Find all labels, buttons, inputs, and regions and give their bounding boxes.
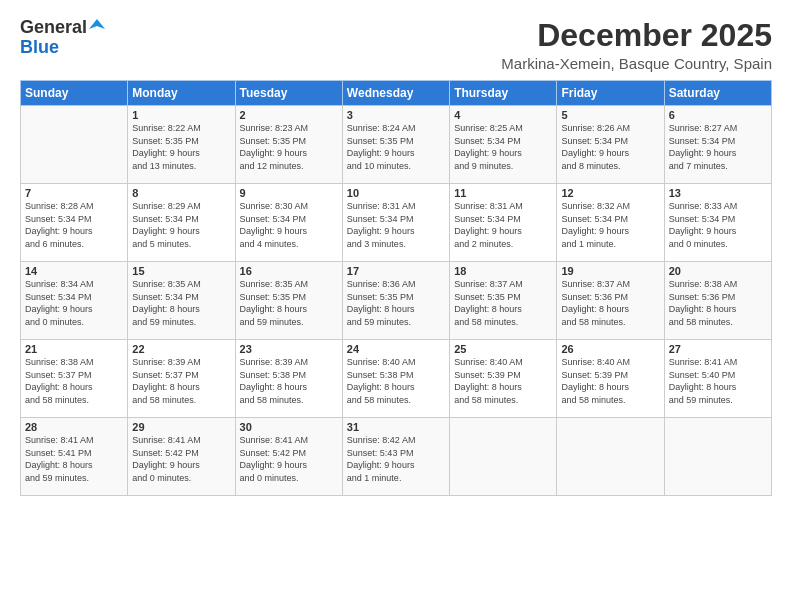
calendar-cell: 13Sunrise: 8:33 AMSunset: 5:34 PMDayligh…: [664, 184, 771, 262]
day-info: Sunrise: 8:37 AMSunset: 5:36 PMDaylight:…: [561, 278, 659, 328]
main-title: December 2025: [501, 18, 772, 53]
day-info: Sunrise: 8:40 AMSunset: 5:39 PMDaylight:…: [561, 356, 659, 406]
calendar-cell: 19Sunrise: 8:37 AMSunset: 5:36 PMDayligh…: [557, 262, 664, 340]
calendar-cell: 3Sunrise: 8:24 AMSunset: 5:35 PMDaylight…: [342, 106, 449, 184]
day-info: Sunrise: 8:41 AMSunset: 5:41 PMDaylight:…: [25, 434, 123, 484]
day-info: Sunrise: 8:22 AMSunset: 5:35 PMDaylight:…: [132, 122, 230, 172]
calendar-cell: 26Sunrise: 8:40 AMSunset: 5:39 PMDayligh…: [557, 340, 664, 418]
header: General Blue December 2025 Markina-Xemei…: [20, 18, 772, 72]
day-info: Sunrise: 8:41 AMSunset: 5:42 PMDaylight:…: [240, 434, 338, 484]
day-number: 26: [561, 343, 659, 355]
col-friday: Friday: [557, 81, 664, 106]
calendar-week-row: 28Sunrise: 8:41 AMSunset: 5:41 PMDayligh…: [21, 418, 772, 496]
day-number: 1: [132, 109, 230, 121]
day-number: 10: [347, 187, 445, 199]
day-info: Sunrise: 8:35 AMSunset: 5:35 PMDaylight:…: [240, 278, 338, 328]
calendar-cell: [450, 418, 557, 496]
day-number: 17: [347, 265, 445, 277]
calendar-cell: 25Sunrise: 8:40 AMSunset: 5:39 PMDayligh…: [450, 340, 557, 418]
day-number: 5: [561, 109, 659, 121]
calendar-cell: [21, 106, 128, 184]
calendar-cell: [557, 418, 664, 496]
col-sunday: Sunday: [21, 81, 128, 106]
logo-general: General: [20, 18, 87, 38]
calendar-cell: 7Sunrise: 8:28 AMSunset: 5:34 PMDaylight…: [21, 184, 128, 262]
day-info: Sunrise: 8:37 AMSunset: 5:35 PMDaylight:…: [454, 278, 552, 328]
day-info: Sunrise: 8:34 AMSunset: 5:34 PMDaylight:…: [25, 278, 123, 328]
calendar-cell: 10Sunrise: 8:31 AMSunset: 5:34 PMDayligh…: [342, 184, 449, 262]
logo-blue: Blue: [20, 38, 59, 58]
day-number: 23: [240, 343, 338, 355]
day-info: Sunrise: 8:23 AMSunset: 5:35 PMDaylight:…: [240, 122, 338, 172]
day-info: Sunrise: 8:29 AMSunset: 5:34 PMDaylight:…: [132, 200, 230, 250]
day-info: Sunrise: 8:42 AMSunset: 5:43 PMDaylight:…: [347, 434, 445, 484]
subtitle: Markina-Xemein, Basque Country, Spain: [501, 55, 772, 72]
day-number: 28: [25, 421, 123, 433]
calendar-cell: 16Sunrise: 8:35 AMSunset: 5:35 PMDayligh…: [235, 262, 342, 340]
day-number: 6: [669, 109, 767, 121]
day-number: 16: [240, 265, 338, 277]
calendar-week-row: 7Sunrise: 8:28 AMSunset: 5:34 PMDaylight…: [21, 184, 772, 262]
calendar-cell: 8Sunrise: 8:29 AMSunset: 5:34 PMDaylight…: [128, 184, 235, 262]
page: General Blue December 2025 Markina-Xemei…: [0, 0, 792, 612]
day-number: 19: [561, 265, 659, 277]
calendar-cell: 31Sunrise: 8:42 AMSunset: 5:43 PMDayligh…: [342, 418, 449, 496]
calendar-cell: 4Sunrise: 8:25 AMSunset: 5:34 PMDaylight…: [450, 106, 557, 184]
calendar-header-row: Sunday Monday Tuesday Wednesday Thursday…: [21, 81, 772, 106]
calendar-cell: 20Sunrise: 8:38 AMSunset: 5:36 PMDayligh…: [664, 262, 771, 340]
logo: General Blue: [20, 18, 105, 58]
calendar-cell: 2Sunrise: 8:23 AMSunset: 5:35 PMDaylight…: [235, 106, 342, 184]
calendar-cell: 1Sunrise: 8:22 AMSunset: 5:35 PMDaylight…: [128, 106, 235, 184]
calendar-cell: [664, 418, 771, 496]
calendar-cell: 22Sunrise: 8:39 AMSunset: 5:37 PMDayligh…: [128, 340, 235, 418]
calendar-cell: 17Sunrise: 8:36 AMSunset: 5:35 PMDayligh…: [342, 262, 449, 340]
calendar-week-row: 21Sunrise: 8:38 AMSunset: 5:37 PMDayligh…: [21, 340, 772, 418]
day-info: Sunrise: 8:35 AMSunset: 5:34 PMDaylight:…: [132, 278, 230, 328]
day-number: 29: [132, 421, 230, 433]
day-info: Sunrise: 8:38 AMSunset: 5:37 PMDaylight:…: [25, 356, 123, 406]
day-info: Sunrise: 8:41 AMSunset: 5:40 PMDaylight:…: [669, 356, 767, 406]
calendar-cell: 21Sunrise: 8:38 AMSunset: 5:37 PMDayligh…: [21, 340, 128, 418]
day-info: Sunrise: 8:25 AMSunset: 5:34 PMDaylight:…: [454, 122, 552, 172]
day-number: 20: [669, 265, 767, 277]
col-wednesday: Wednesday: [342, 81, 449, 106]
calendar-week-row: 1Sunrise: 8:22 AMSunset: 5:35 PMDaylight…: [21, 106, 772, 184]
day-number: 31: [347, 421, 445, 433]
day-info: Sunrise: 8:27 AMSunset: 5:34 PMDaylight:…: [669, 122, 767, 172]
day-number: 30: [240, 421, 338, 433]
day-number: 3: [347, 109, 445, 121]
day-number: 8: [132, 187, 230, 199]
day-info: Sunrise: 8:40 AMSunset: 5:39 PMDaylight:…: [454, 356, 552, 406]
col-monday: Monday: [128, 81, 235, 106]
col-saturday: Saturday: [664, 81, 771, 106]
day-number: 4: [454, 109, 552, 121]
day-info: Sunrise: 8:28 AMSunset: 5:34 PMDaylight:…: [25, 200, 123, 250]
calendar-week-row: 14Sunrise: 8:34 AMSunset: 5:34 PMDayligh…: [21, 262, 772, 340]
day-info: Sunrise: 8:30 AMSunset: 5:34 PMDaylight:…: [240, 200, 338, 250]
day-info: Sunrise: 8:31 AMSunset: 5:34 PMDaylight:…: [347, 200, 445, 250]
col-thursday: Thursday: [450, 81, 557, 106]
calendar-cell: 29Sunrise: 8:41 AMSunset: 5:42 PMDayligh…: [128, 418, 235, 496]
day-info: Sunrise: 8:36 AMSunset: 5:35 PMDaylight:…: [347, 278, 445, 328]
day-info: Sunrise: 8:41 AMSunset: 5:42 PMDaylight:…: [132, 434, 230, 484]
day-number: 7: [25, 187, 123, 199]
day-info: Sunrise: 8:39 AMSunset: 5:38 PMDaylight:…: [240, 356, 338, 406]
day-number: 24: [347, 343, 445, 355]
calendar-cell: 11Sunrise: 8:31 AMSunset: 5:34 PMDayligh…: [450, 184, 557, 262]
day-number: 12: [561, 187, 659, 199]
day-info: Sunrise: 8:38 AMSunset: 5:36 PMDaylight:…: [669, 278, 767, 328]
title-block: December 2025 Markina-Xemein, Basque Cou…: [501, 18, 772, 72]
calendar-cell: 14Sunrise: 8:34 AMSunset: 5:34 PMDayligh…: [21, 262, 128, 340]
day-number: 18: [454, 265, 552, 277]
day-info: Sunrise: 8:26 AMSunset: 5:34 PMDaylight:…: [561, 122, 659, 172]
day-number: 27: [669, 343, 767, 355]
day-number: 14: [25, 265, 123, 277]
day-info: Sunrise: 8:31 AMSunset: 5:34 PMDaylight:…: [454, 200, 552, 250]
day-number: 25: [454, 343, 552, 355]
calendar-cell: 23Sunrise: 8:39 AMSunset: 5:38 PMDayligh…: [235, 340, 342, 418]
day-info: Sunrise: 8:39 AMSunset: 5:37 PMDaylight:…: [132, 356, 230, 406]
day-number: 2: [240, 109, 338, 121]
day-number: 13: [669, 187, 767, 199]
day-number: 15: [132, 265, 230, 277]
calendar-table: Sunday Monday Tuesday Wednesday Thursday…: [20, 80, 772, 496]
